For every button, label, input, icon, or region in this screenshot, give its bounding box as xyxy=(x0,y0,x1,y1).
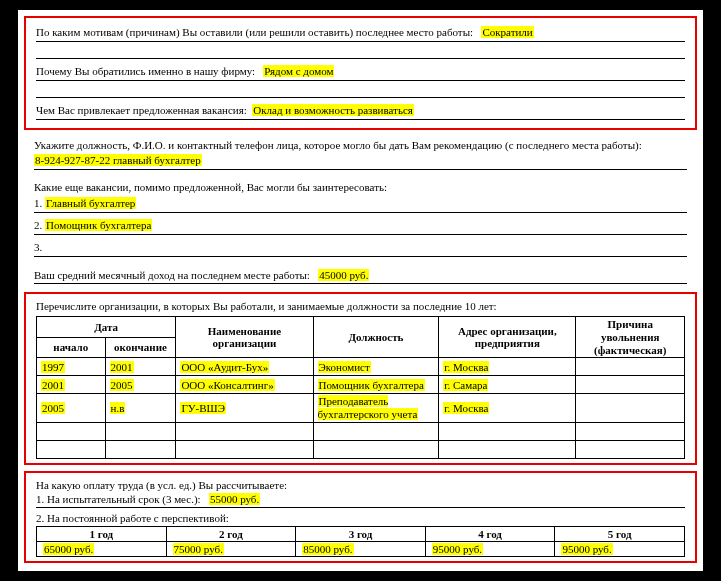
label: Чем Вас привлекает предложенная вакансия… xyxy=(36,104,247,116)
blank-line xyxy=(36,46,685,59)
permanent-label: 2. На постоянной работе с перспективой: xyxy=(36,512,685,524)
question-vacancy-appeal: Чем Вас привлекает предложенная вакансия… xyxy=(36,102,685,120)
salary-table: 1 год 2 год 3 год 4 год 5 год 65000 руб.… xyxy=(36,526,685,557)
answer-income: 45000 руб. xyxy=(318,269,369,281)
answer-leave-reason: Сократили xyxy=(481,26,533,38)
blank-line xyxy=(36,85,685,98)
val-year3: 85000 руб. xyxy=(302,543,353,555)
col-start: начало xyxy=(37,337,106,357)
question-leave-reason: По каким мотивам (причинам) Вы оставили … xyxy=(36,24,685,42)
label: Какие еще вакансии, помимо предложенной,… xyxy=(34,181,387,193)
table-row xyxy=(37,440,685,458)
answer-recommendation: 8-924-927-87-22 главный бухгалтер xyxy=(34,154,202,166)
answer-why-firm: Рядом с домом xyxy=(263,65,334,77)
col-address: Адрес организации, предприятия xyxy=(439,317,576,358)
reasons-box: По каким мотивам (причинам) Вы оставили … xyxy=(24,16,697,130)
vacancy-2: Помощник бухгалтера xyxy=(45,219,152,231)
other-vacancies-block: Какие еще вакансии, помимо предложенной,… xyxy=(24,178,697,264)
work-history-table: Дата Наименование организации Должность … xyxy=(36,316,685,458)
col-year5: 5 год xyxy=(555,527,685,542)
col-year3: 3 год xyxy=(296,527,426,542)
vacancy-1: Главный бухгалтер xyxy=(45,197,136,209)
question-why-firm: Почему Вы обратились именно в нашу фирму… xyxy=(36,63,685,81)
col-year2: 2 год xyxy=(166,527,296,542)
col-year1: 1 год xyxy=(37,527,167,542)
col-year4: 4 год xyxy=(425,527,555,542)
val-year1: 65000 руб. xyxy=(43,543,94,555)
salary-box: На какую оплату труда (в усл. ед.) Вы ра… xyxy=(24,471,697,564)
income-block: Ваш средний месячный доход на последнем … xyxy=(24,265,697,293)
col-position: Должность xyxy=(313,317,439,358)
recommendation-block: Укажите должность, Ф.И.О. и контактный т… xyxy=(24,136,697,179)
table-row xyxy=(37,422,685,440)
probation-answer: 55000 руб. xyxy=(209,493,260,505)
col-org: Наименование организации xyxy=(176,317,313,358)
val-year5: 95000 руб. xyxy=(561,543,612,555)
salary-title: На какую оплату труда (в усл. ед.) Вы ра… xyxy=(36,479,685,491)
val-year2: 75000 руб. xyxy=(173,543,224,555)
col-date: Дата xyxy=(37,317,176,337)
val-year4: 95000 руб. xyxy=(432,543,483,555)
label: Укажите должность, Ф.И.О. и контактный т… xyxy=(34,139,642,151)
col-end: окончание xyxy=(105,337,176,357)
label: Почему Вы обратились именно в нашу фирму… xyxy=(36,65,255,77)
table-row: 1997 2001 ООО «Аудит-Бух» Экономист г. М… xyxy=(37,358,685,376)
answer-vacancy-appeal: Оклад и возможность развиваться xyxy=(252,104,414,116)
probation-label: 1. На испытательный срок (3 мес.): xyxy=(36,493,201,505)
label: Ваш средний месячный доход на последнем … xyxy=(34,269,310,281)
work-history-title: Перечислите организации, в которых Вы ра… xyxy=(36,300,497,312)
col-reason: Причина увольнения (фактическая) xyxy=(576,317,685,358)
label: По каким мотивам (причинам) Вы оставили … xyxy=(36,26,473,38)
table-row: 2005 н.в ГУ-ВШЭ Преподаватель бухгалтерс… xyxy=(37,394,685,422)
table-row: 2001 2005 ООО «Консалтинг» Помощник бухг… xyxy=(37,376,685,394)
work-history-box: Перечислите организации, в которых Вы ра… xyxy=(24,292,697,464)
